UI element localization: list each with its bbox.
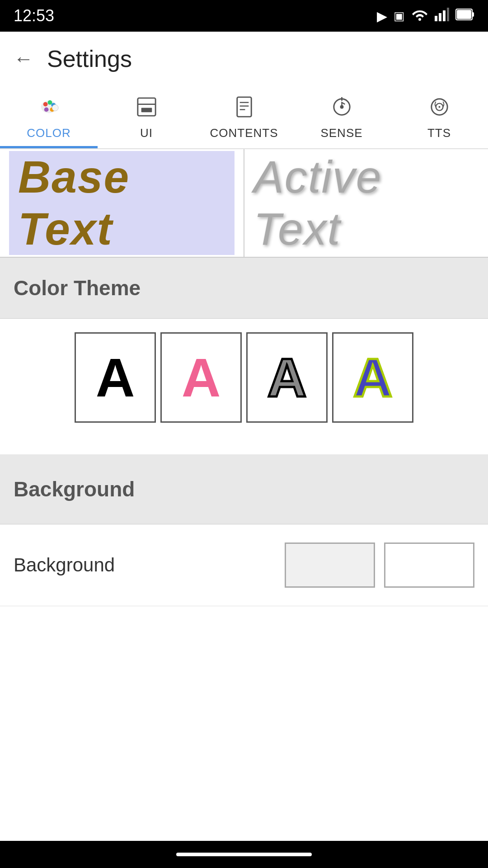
background-swatches xyxy=(285,542,474,588)
background-row-label: Background xyxy=(14,554,115,576)
status-icons: ▶ ▣ xyxy=(377,8,474,24)
svg-rect-18 xyxy=(141,108,152,112)
svg-point-10 xyxy=(43,102,47,106)
background-swatch-gray[interactable] xyxy=(285,542,375,588)
nav-bar xyxy=(0,841,488,868)
sense-icon xyxy=(329,94,354,123)
tab-contents-label: CONTENTS xyxy=(210,126,278,140)
wifi-icon xyxy=(411,8,428,24)
tab-contents[interactable]: CONTENTS xyxy=(195,86,293,148)
svg-rect-6 xyxy=(472,12,474,17)
theme-options: A A A A xyxy=(0,319,488,436)
tab-ui-label: UI xyxy=(140,126,153,140)
active-text-preview: Active Text xyxy=(253,151,479,255)
theme-option-black[interactable]: A xyxy=(75,332,156,423)
status-time: 12:53 xyxy=(14,6,54,25)
svg-rect-16 xyxy=(137,98,155,115)
tab-bar: COLOR UI CONTENTS xyxy=(0,86,488,149)
svg-rect-7 xyxy=(457,10,471,19)
svg-rect-4 xyxy=(447,8,449,21)
svg-rect-1 xyxy=(435,16,437,21)
theme-letter-outlined: A xyxy=(267,350,307,405)
svg-point-15 xyxy=(52,104,58,111)
color-theme-title: Color Theme xyxy=(14,276,141,300)
battery-icon xyxy=(455,8,474,24)
background-section-header: Background xyxy=(0,454,488,524)
back-button[interactable]: ← xyxy=(14,49,33,69)
tab-color-label: COLOR xyxy=(27,126,70,140)
tab-tts-label: TTS xyxy=(427,126,451,140)
svg-rect-3 xyxy=(443,10,446,21)
play-icon: ▶ xyxy=(377,8,387,24)
page-title: Settings xyxy=(47,45,132,72)
svg-point-28 xyxy=(438,106,440,108)
signal-icon xyxy=(435,8,449,24)
status-bar: 12:53 ▶ ▣ xyxy=(0,0,488,32)
contents-icon xyxy=(232,94,257,123)
palette-icon xyxy=(37,94,61,123)
tab-tts[interactable]: TTS xyxy=(390,86,488,148)
theme-option-pink[interactable]: A xyxy=(160,332,242,423)
app-bar: ← Settings xyxy=(0,32,488,86)
svg-point-14 xyxy=(44,107,48,112)
preview-base[interactable]: Base Text xyxy=(0,149,244,257)
background-title: Background xyxy=(14,477,135,501)
svg-point-0 xyxy=(418,18,421,21)
tab-sense[interactable]: SENSE xyxy=(293,86,390,148)
svg-rect-2 xyxy=(439,13,441,21)
preview-active[interactable]: Active Text xyxy=(244,149,488,257)
theme-letter-black: A xyxy=(96,350,135,405)
ui-icon xyxy=(134,94,159,123)
svg-point-11 xyxy=(47,100,52,104)
nav-indicator xyxy=(176,853,312,856)
base-text-preview: Base Text xyxy=(9,151,235,255)
sim-icon: ▣ xyxy=(394,9,405,23)
theme-option-outlined[interactable]: A xyxy=(246,332,328,423)
background-row: Background xyxy=(0,524,488,606)
background-swatch-white[interactable] xyxy=(384,542,474,588)
tab-color[interactable]: COLOR xyxy=(0,86,98,148)
theme-option-colorful[interactable]: A xyxy=(332,332,413,423)
preview-area: Base Text Active Text xyxy=(0,149,488,258)
theme-letter-colorful: A xyxy=(353,350,393,405)
tab-ui[interactable]: UI xyxy=(98,86,195,148)
tab-sense-label: SENSE xyxy=(320,126,362,140)
svg-rect-19 xyxy=(237,97,251,116)
theme-letter-pink: A xyxy=(182,350,221,405)
tts-icon xyxy=(427,94,452,123)
color-theme-section-header: Color Theme xyxy=(0,258,488,319)
